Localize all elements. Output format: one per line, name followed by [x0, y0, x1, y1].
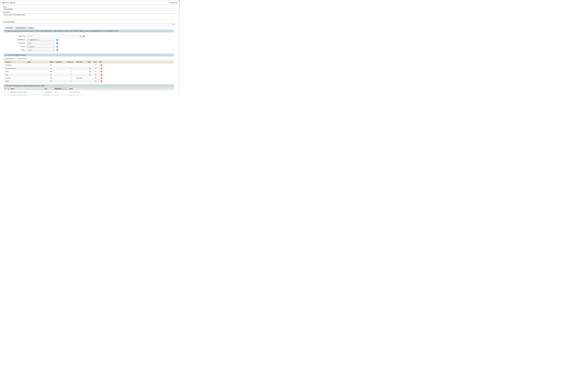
- group-by-checkbox[interactable]: [70, 77, 72, 79]
- group-by-checkbox[interactable]: [70, 68, 72, 69]
- header-column[interactable]: Column: [4, 60, 26, 64]
- help-icon[interactable]: ?: [56, 49, 58, 51]
- display-checkbox[interactable]: [95, 74, 96, 75]
- type-of-list-dropdown-button[interactable]: [80, 35, 82, 37]
- save-icon: [10, 2, 12, 3]
- remove-all-button[interactable]: Remove all: [20, 58, 26, 59]
- column-name: Unread comments: [5, 68, 16, 69]
- width-value[interactable]: 120: [49, 80, 55, 82]
- cancel-button[interactable]: Cancel: [3, 2, 9, 3]
- display-checkbox[interactable]: [95, 71, 96, 72]
- add-column-button[interactable]: + Add column: [4, 58, 15, 59]
- table-row: Name 300 +: [4, 70, 104, 73]
- header-alias[interactable]: Alias: [26, 60, 49, 64]
- display-checkbox[interactable]: [95, 64, 96, 66]
- columns-toolbar: + Add column ✖ Remove all: [4, 57, 180, 60]
- name-label: Name:: [3, 6, 180, 8]
- created-filter-button[interactable]: Anytime: [26, 45, 55, 48]
- column-name: Type: [5, 74, 8, 75]
- columns-info-text: Select and configure columns.: [7, 54, 26, 56]
- group-label: List group/category:: [3, 21, 180, 23]
- applications-filter-value: Applications: (1): [30, 39, 39, 40]
- tab-export[interactable]: Export: [28, 27, 34, 29]
- status-filter-button[interactable]: All: [26, 49, 55, 51]
- help-icon[interactable]: ?: [56, 42, 58, 44]
- caret-down-icon: [54, 46, 54, 47]
- add-column-icon: +: [4, 58, 6, 59]
- text-caret: [13, 8, 13, 10]
- column-name: Status: [5, 80, 9, 82]
- width-value[interactable]: 300: [49, 71, 55, 72]
- delete-row-icon[interactable]: [101, 68, 102, 69]
- preview-header-unread[interactable]: U..: [7, 87, 10, 90]
- add-filter-icon[interactable]: +: [89, 68, 91, 69]
- header-width[interactable]: Width: [49, 60, 55, 64]
- top-toolbar: Cancel Save ✖ Delete list: [3, 2, 177, 4]
- preview-header-flag[interactable]: [4, 87, 7, 90]
- header-sort-order[interactable]: Sort order: [76, 60, 87, 64]
- preview-header-type[interactable]: Type: [43, 87, 54, 90]
- header-group-by[interactable]: Group by: [66, 60, 76, 64]
- info-icon: i: [5, 30, 6, 32]
- group-by-checkbox[interactable]: [70, 74, 72, 75]
- group-select[interactable]: [3, 23, 174, 25]
- delete-row-icon[interactable]: [101, 80, 102, 82]
- display-checkbox[interactable]: [95, 68, 96, 69]
- type-of-list-label: Type of list:: [3, 36, 26, 37]
- group-dropdown-button[interactable]: [172, 23, 174, 25]
- tab-list-permissions[interactable]: List permissions: [15, 27, 27, 29]
- applications-label: Applications:: [3, 39, 26, 40]
- help-icon[interactable]: ?: [83, 36, 84, 37]
- remove-all-icon: ✖: [18, 58, 19, 59]
- delete-row-icon[interactable]: [101, 74, 102, 75]
- width-value[interactable]: 30: [49, 64, 55, 66]
- name-input[interactable]: Placed Orders: [3, 8, 174, 10]
- type-of-list-value: Instances: [27, 36, 33, 37]
- help-icon[interactable]: ?: [56, 39, 58, 41]
- header-filter[interactable]: Filter: [87, 60, 93, 64]
- list-item[interactable]: C... 2... Consetetur sadipscing elitr Co…: [4, 94, 82, 96]
- header-display[interactable]: Dis...: [93, 60, 99, 64]
- preview-header-start-date[interactable]: Start date: [54, 87, 68, 90]
- display-checkbox[interactable]: [95, 77, 96, 79]
- funnel-icon: [28, 46, 29, 47]
- add-filter-icon[interactable]: +: [89, 74, 91, 75]
- preview-info-text: Preview. Set list layout, re-order colum…: [7, 85, 45, 87]
- info-icon: i: [5, 54, 6, 56]
- group-by-checkbox[interactable]: [70, 71, 72, 72]
- tab-list-content[interactable]: List content: [4, 27, 14, 29]
- add-filter-icon[interactable]: +: [89, 71, 91, 72]
- display-checkbox[interactable]: [95, 80, 96, 82]
- applications-filter-button[interactable]: Applications: (1): [26, 38, 55, 41]
- type-of-list-select[interactable]: Instances: [26, 35, 82, 37]
- delete-row-icon[interactable]: [101, 71, 102, 72]
- processes-filter-button[interactable]: All: [26, 42, 55, 44]
- preview-header-status[interactable]: Status: [68, 87, 82, 90]
- delete-row-icon[interactable]: [101, 77, 102, 79]
- sort-order-value[interactable]: Ascending: [76, 77, 87, 79]
- header-delete[interactable]: Del...: [99, 60, 104, 64]
- funnel-icon: [28, 49, 29, 51]
- description-input[interactable]: This list shows all the placed orders: [3, 13, 174, 19]
- info-icon: i: [5, 85, 6, 87]
- help-icon[interactable]: ?: [56, 46, 58, 47]
- delete-row-icon[interactable]: [101, 64, 102, 66]
- header-formatter[interactable]: Formatter: [55, 60, 66, 64]
- group-by-checkbox[interactable]: [70, 80, 72, 82]
- delete-list-button[interactable]: ✖ Delete list: [170, 2, 177, 3]
- toolbar-separator: [3, 5, 177, 5]
- list-item[interactable]: L... 1... Lorem ipsum dolor sit amet Lor…: [4, 90, 82, 94]
- add-column-label: Add column: [6, 58, 14, 59]
- vertical-scrollbar[interactable]: [179, 0, 180, 96]
- columns-table: Column Alias Width Formatter Group by So…: [4, 60, 174, 83]
- columns-info-bar: i Select and configure columns.: [4, 54, 174, 56]
- save-button[interactable]: Save: [10, 2, 15, 3]
- column-name: Start date: [5, 77, 11, 79]
- scrollbar-top-thumb[interactable]: [179, 0, 180, 1]
- scrollbar-thumb[interactable]: [179, 3, 180, 15]
- flag-icon: [4, 88, 6, 89]
- preview-header-name[interactable]: Name: [10, 87, 43, 90]
- width-value[interactable]: 90: [49, 74, 55, 75]
- width-value[interactable]: 130: [49, 77, 55, 79]
- width-value[interactable]: 24: [49, 68, 55, 69]
